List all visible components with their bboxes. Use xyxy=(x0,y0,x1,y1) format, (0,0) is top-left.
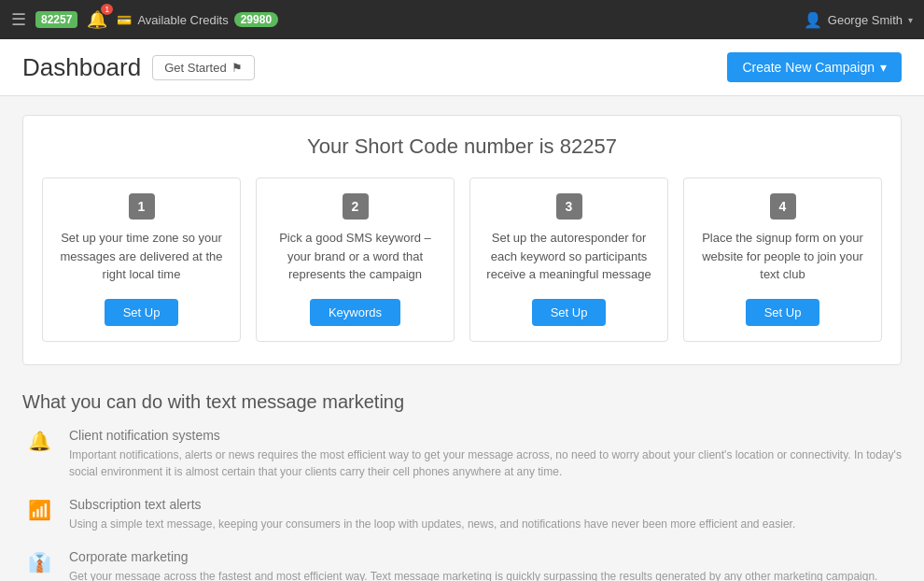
step-description-3: Set up the autoresponder for each keywor… xyxy=(485,229,652,284)
shortcode-title: Your Short Code number is 82257 xyxy=(42,135,882,159)
step-number-4: 4 xyxy=(770,193,796,220)
steps-grid: 1 Set up your time zone so your messages… xyxy=(42,177,882,342)
step-description-2: Pick a good SMS keyword – your brand or … xyxy=(272,229,439,284)
step-description-4: Place the signup form on your website fo… xyxy=(699,229,866,284)
feature-name-1: Client notification systems xyxy=(69,428,902,443)
hamburger-menu-icon[interactable]: ☰ xyxy=(11,9,26,30)
credits-value: 29980 xyxy=(234,12,278,27)
feature-item-2: 📶 Subscription text alerts Using a simpl… xyxy=(22,497,902,532)
feature-description-2: Using a simple text message, keeping you… xyxy=(69,516,795,532)
credits-label: Available Credits xyxy=(137,13,228,27)
flag-icon: ⚑ xyxy=(231,61,243,75)
feature-icon-3: 👔 xyxy=(22,549,56,574)
page-title: Dashboard xyxy=(22,53,141,82)
step-card-2: 2 Pick a good SMS keyword – your brand o… xyxy=(256,177,455,342)
feature-description-1: Important notifications, alerts or news … xyxy=(69,446,902,480)
page-header: Dashboard Get Started ⚑ Create New Campa… xyxy=(0,39,924,96)
step-number-3: 3 xyxy=(556,193,582,220)
chevron-down-icon: ▾ xyxy=(908,15,913,25)
user-name: George Smith xyxy=(828,13,903,27)
top-navigation: ☰ 82257 🔔 1 💳 Available Credits 29980 👤 … xyxy=(0,0,924,39)
feature-icon-1: 🔔 xyxy=(22,428,56,452)
step-button-4[interactable]: Set Up xyxy=(746,299,820,326)
credits-display: 💳 Available Credits 29980 xyxy=(117,12,278,27)
step-number-1: 1 xyxy=(129,193,155,220)
credits-icon: 💳 xyxy=(117,13,132,27)
get-started-button[interactable]: Get Started ⚑ xyxy=(152,55,254,80)
dropdown-arrow-icon: ▾ xyxy=(880,60,887,75)
create-campaign-label: Create New Campaign xyxy=(742,60,875,75)
step-card-3: 3 Set up the autoresponder for each keyw… xyxy=(469,177,668,342)
feature-icon-2: 📶 xyxy=(22,497,56,521)
step-button-1[interactable]: Set Up xyxy=(105,299,179,326)
create-campaign-button[interactable]: Create New Campaign ▾ xyxy=(727,52,902,82)
step-button-3[interactable]: Set Up xyxy=(532,299,607,326)
step-button-2[interactable]: Keywords xyxy=(310,299,400,326)
step-card-1: 1 Set up your time zone so your messages… xyxy=(42,177,241,342)
feature-item-3: 👔 Corporate marketing Get your message a… xyxy=(22,549,902,582)
feature-item-1: 🔔 Client notification systems Important … xyxy=(22,428,902,480)
app-code-badge: 82257 xyxy=(35,11,77,28)
step-description-1: Set up your time zone so your messages a… xyxy=(58,229,225,284)
features-title: What you can do with text message market… xyxy=(22,391,902,413)
step-number-2: 2 xyxy=(343,193,369,220)
notification-bell[interactable]: 🔔 1 xyxy=(87,9,107,30)
notification-count: 1 xyxy=(101,4,113,15)
user-icon: 👤 xyxy=(804,11,822,29)
get-started-label: Get Started xyxy=(164,61,226,75)
shortcode-card: Your Short Code number is 82257 1 Set up… xyxy=(22,115,902,365)
main-content: Your Short Code number is 82257 1 Set up… xyxy=(0,96,924,581)
feature-name-2: Subscription text alerts xyxy=(69,497,795,512)
step-card-4: 4 Place the signup form on your website … xyxy=(683,177,882,342)
feature-name-3: Corporate marketing xyxy=(69,549,877,564)
user-menu[interactable]: 👤 George Smith ▾ xyxy=(804,11,913,29)
features-list: 🔔 Client notification systems Important … xyxy=(22,428,902,582)
feature-description-3: Get your message across the fastest and … xyxy=(69,568,877,582)
